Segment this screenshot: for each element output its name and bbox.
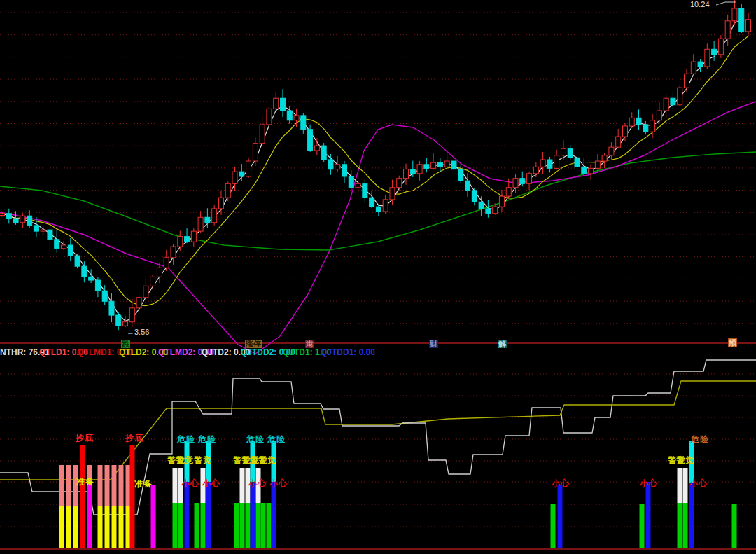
event-marker[interactable]: 财 (429, 340, 438, 348)
event-marker[interactable]: 港 (305, 340, 314, 348)
signal-label: 危险 (246, 434, 265, 445)
candlestick-chart-canvas[interactable] (0, 0, 756, 554)
signal-label: 警觉 (194, 455, 212, 466)
signal-label: 小心 (690, 478, 708, 490)
signal-label: 准备 (134, 478, 153, 490)
signal-label: 危险 (177, 434, 195, 445)
signal-label: 小心 (552, 478, 570, 490)
low-price-annotation: ←3.56 (127, 328, 149, 336)
signal-label: 小心 (202, 478, 220, 490)
signal-label: 警觉 (676, 455, 694, 466)
signal-label: 小心 (248, 478, 267, 490)
signal-label: 小心 (640, 478, 658, 490)
trading-app-window: NTHR: 76.91QTLD1: 0.00QTLMD1: 0.00QTLD2:… (0, 0, 756, 554)
signal-label: 准备 (76, 476, 94, 488)
signal-label: 抄底 (76, 432, 94, 444)
event-marker[interactable]: 涨停 (245, 340, 262, 348)
signal-label: 警觉 (258, 455, 276, 466)
event-marker[interactable]: 跌 (121, 340, 130, 348)
signal-label: 抄底 (125, 432, 144, 444)
signal-label: 危险 (198, 434, 216, 445)
event-marker[interactable]: 频 (728, 338, 737, 347)
signal-label: 小心 (181, 478, 200, 490)
signal-label: 小心 (270, 478, 288, 490)
signal-label: 警觉 (176, 455, 194, 466)
signal-label: 危险 (691, 434, 709, 445)
high-price-annotation: 10.24 (690, 0, 710, 8)
event-marker[interactable]: 解 (498, 340, 507, 348)
indicator-token-8: QJTDD1: 0.00 (321, 347, 375, 357)
signal-label: 危险 (267, 434, 286, 445)
